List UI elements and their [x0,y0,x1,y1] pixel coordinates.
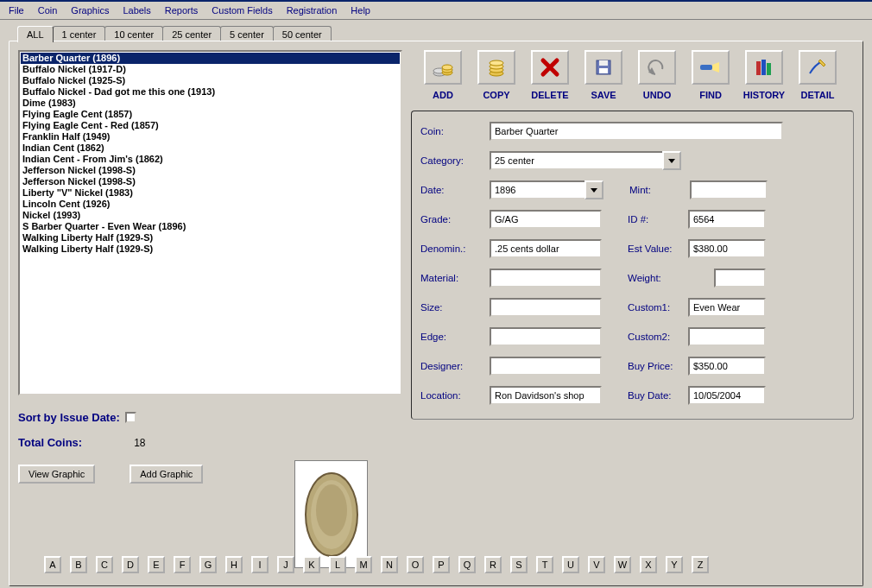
id-field[interactable] [688,210,766,229]
alpha-filter-p[interactable]: P [433,556,450,573]
tab-all[interactable]: ALL [17,26,54,42]
coins-gold-icon [485,56,508,79]
alpha-filter-t[interactable]: T [536,556,553,573]
alpha-filter-o[interactable]: O [407,556,424,573]
list-item[interactable]: Indian Cent - From Jim's (1862) [21,154,400,165]
buydate-field[interactable] [688,386,766,405]
list-item[interactable]: Flying Eagle Cent (1857) [21,109,400,120]
grade-field[interactable] [490,210,602,229]
list-item[interactable]: Walking Liberty Half (1929-S) [21,232,400,243]
denom-field[interactable] [490,239,602,258]
location-label: Location: [420,390,490,401]
alpha-filter-f[interactable]: F [174,556,191,573]
mint-label: Mint: [629,185,690,195]
date-label: Date: [420,185,490,195]
custom1-field[interactable] [688,298,766,317]
weight-field[interactable] [714,269,766,288]
list-item[interactable]: Jefferson Nickel (1998-S) [21,176,400,187]
coin-listbox[interactable]: Barber Quarter (1896)Buffalo Nickel (191… [18,50,402,395]
list-item[interactable]: Barber Quarter (1896) [21,53,400,64]
alpha-filter-h[interactable]: H [225,556,243,573]
alpha-filter-e[interactable]: E [148,556,165,573]
alpha-filter-d[interactable]: D [122,556,139,573]
list-item[interactable]: Jefferson Nickel (1998-S) [21,165,400,176]
alpha-filter-k[interactable]: K [303,556,320,573]
menu-custom-fields[interactable]: Custom Fields [206,3,277,17]
undo-button[interactable]: UNDO [634,50,680,100]
coin-image-icon [301,467,362,562]
alpha-filter-w[interactable]: W [614,556,631,573]
svg-rect-11 [599,68,608,73]
total-coins-label: Total Coins: [18,436,82,449]
menu-graphics[interactable]: Graphics [66,3,114,17]
menu-reports[interactable]: Reports [160,3,204,17]
alpha-filter-n[interactable]: N [381,556,398,573]
copy-button[interactable]: COPY [473,50,520,100]
sort-checkbox[interactable] [125,412,136,423]
menu-registration[interactable]: Registration [281,3,343,17]
location-field[interactable] [490,386,602,405]
list-item[interactable]: Indian Cent (1862) [21,142,400,154]
menu-labels[interactable]: Labels [117,3,155,17]
denom-label: Denomin.: [420,243,490,254]
list-item[interactable]: Flying Eagle Cent - Red (1857) [21,120,400,131]
alpha-filter-j[interactable]: J [277,556,294,573]
edge-field[interactable] [490,327,602,346]
alpha-filter-r[interactable]: R [484,556,502,573]
coin-label: Coin: [420,126,490,136]
alpha-filter-s[interactable]: S [510,556,528,573]
designer-field[interactable] [490,357,602,376]
list-item[interactable]: Franklin Half (1949) [21,131,400,142]
list-item[interactable]: Buffalo Nickel (1925-S) [21,75,400,86]
list-item[interactable]: Buffalo Nickel - Dad got me this one (19… [21,86,400,98]
alpha-filter-b[interactable]: B [70,556,87,573]
list-item[interactable]: Liberty "V" Nickel (1983) [21,187,400,199]
alpha-filter-m[interactable]: M [355,556,372,573]
list-item[interactable]: S Barber Quarter - Even Wear (1896) [21,221,400,232]
alpha-filter-u[interactable]: U [562,556,579,573]
list-item[interactable]: Dime (1983) [21,98,400,109]
date-combo[interactable] [490,180,603,199]
view-graphic-button[interactable]: View Graphic [18,465,95,484]
alpha-filter-x[interactable]: X [640,556,657,573]
history-button[interactable]: HISTORY [741,50,787,100]
category-combo[interactable] [490,151,681,170]
svg-rect-15 [767,63,771,75]
svg-point-4 [442,65,452,70]
alpha-filter-l[interactable]: L [329,556,346,573]
alpha-filter-y[interactable]: Y [666,556,683,573]
list-item[interactable]: Buffalo Nickel (1917-D) [21,64,400,75]
material-label: Material: [420,273,490,283]
add-button[interactable]: ADD [420,50,466,100]
size-field[interactable] [490,298,602,317]
sort-label: Sort by Issue Date: [18,411,120,424]
custom2-field[interactable] [688,327,766,346]
menu-file[interactable]: File [3,3,29,17]
mint-field[interactable] [690,180,768,199]
chevron-down-icon[interactable] [662,151,681,170]
chevron-down-icon[interactable] [584,180,603,199]
save-button[interactable]: SAVE [580,50,627,100]
add-graphic-button[interactable]: Add Graphic [130,465,203,484]
estvalue-field[interactable] [688,239,766,258]
list-item[interactable]: Nickel (1993) [21,210,400,221]
detail-button[interactable]: DETAIL [794,50,841,100]
alpha-filter-c[interactable]: C [96,556,113,573]
coin-field[interactable] [490,122,783,141]
buyprice-field[interactable] [688,357,766,376]
alpha-filter-i[interactable]: I [251,556,269,573]
alpha-filter-g[interactable]: G [199,556,217,573]
alpha-filter-z[interactable]: Z [692,556,709,573]
grade-label: Grade: [420,214,490,224]
alpha-filter-q[interactable]: Q [458,556,476,573]
list-item[interactable]: Walking Liberty Half (1929-S) [21,243,400,255]
alpha-filter-v[interactable]: V [588,556,605,573]
list-item[interactable]: Lincoln Cent (1926) [21,199,400,210]
svg-rect-13 [756,61,761,75]
menu-help[interactable]: Help [345,3,376,17]
menu-coin[interactable]: Coin [33,3,63,17]
alpha-filter-a[interactable]: A [44,556,61,573]
delete-button[interactable]: DELETE [527,50,573,100]
find-button[interactable]: FIND [687,50,734,100]
material-field[interactable] [490,269,602,288]
